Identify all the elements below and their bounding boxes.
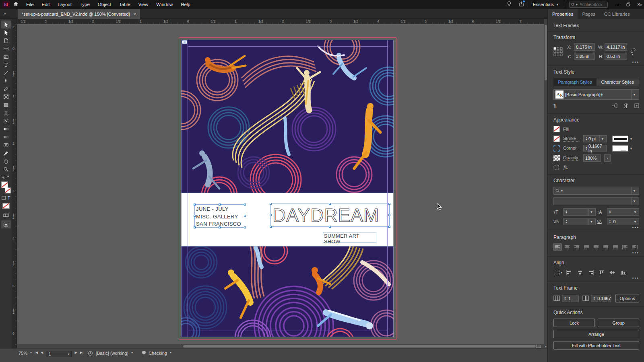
menu-window[interactable]: Window: [152, 0, 177, 9]
arrange-button[interactable]: Arrange: [553, 330, 639, 338]
linked-asset-badge[interactable]: ∞: [182, 40, 187, 44]
content-collector-tool[interactable]: [1, 53, 11, 61]
selection-tool[interactable]: [1, 21, 11, 29]
selection-handle[interactable]: [194, 226, 196, 228]
stroke-label[interactable]: Stroke: [563, 136, 580, 142]
stroke-swatch-none[interactable]: [5, 187, 11, 193]
tab-properties[interactable]: Properties: [548, 9, 578, 19]
selection-handle[interactable]: [270, 214, 272, 216]
gradient-swatch-tool[interactable]: [1, 125, 11, 133]
zoom-tool[interactable]: [1, 165, 11, 173]
first-page-button[interactable]: |◀: [35, 351, 38, 354]
selection-handle[interactable]: [244, 226, 246, 228]
share-icon[interactable]: [519, 1, 524, 8]
vertical-ruler[interactable]: 201 211 221 231 241 251 26: [12, 24, 17, 348]
text-frame-info[interactable]: JUNE - JULY MISC. GALLERY SAN FRANCISCO: [194, 204, 245, 228]
rectangle-tool[interactable]: [1, 101, 11, 109]
align-more-options-icon[interactable]: •••: [632, 276, 639, 280]
indesign-logo[interactable]: Id: [2, 1, 10, 8]
selection-handle[interactable]: [388, 226, 390, 228]
scroll-down-arrow[interactable]: ▼: [544, 345, 547, 348]
clear-overrides-icon[interactable]: [623, 103, 629, 108]
constrain-proportions-broken-chain-icon[interactable]: [630, 48, 636, 56]
corner-radius-field[interactable]: ▲▼ 0.1667 in: [583, 145, 607, 152]
page-number-field[interactable]: 1▾: [46, 351, 72, 357]
align-objects-vcenter-button[interactable]: [609, 269, 617, 276]
object-effects-icon[interactable]: [553, 165, 559, 170]
align-right-button[interactable]: [573, 243, 581, 251]
opacity-expand-arrow[interactable]: ›: [604, 154, 611, 162]
stroke-weight-field[interactable]: ▲▼ 0 pt ▼: [583, 135, 607, 142]
group-button[interactable]: Group: [598, 319, 639, 327]
type-tool[interactable]: [1, 61, 11, 69]
paragraph-more-options-icon[interactable]: •••: [632, 250, 639, 255]
y-field[interactable]: 3.25 in: [574, 53, 595, 60]
scissors-tool[interactable]: [1, 109, 11, 117]
stock-search-box[interactable]: ▾: [569, 2, 608, 8]
horizontal-scrollbar-thumb[interactable]: [183, 345, 536, 348]
screen-mode-icon[interactable]: [1, 220, 11, 228]
new-style-icon[interactable]: [634, 103, 639, 108]
eyedropper-tool[interactable]: [1, 149, 11, 157]
align-towards-spine-button[interactable]: [621, 243, 629, 251]
justify-all-button[interactable]: [611, 243, 619, 251]
gap-tool[interactable]: [1, 45, 11, 53]
h-field[interactable]: 0.53 in: [605, 53, 627, 60]
lock-button[interactable]: Lock: [553, 319, 595, 327]
columns-field[interactable]: ▲▼1: [562, 295, 579, 302]
align-center-button[interactable]: [563, 243, 571, 251]
frame-tool[interactable]: [1, 93, 11, 101]
ruler-origin-corner[interactable]: [12, 19, 17, 24]
align-away-from-spine-button[interactable]: [631, 243, 639, 251]
artwork-image-bottom[interactable]: [181, 246, 394, 337]
artwork-image-top[interactable]: [181, 40, 394, 193]
menu-table[interactable]: Table: [115, 0, 134, 9]
cell-styles-icon[interactable]: [1, 211, 11, 219]
leading-field[interactable]: ▲▼▼: [607, 208, 640, 216]
formatting-affects-container-icon[interactable]: [2, 196, 6, 200]
tab-cc-libraries[interactable]: CC Libraries: [600, 9, 634, 19]
justify-last-left-button[interactable]: [582, 243, 590, 251]
selection-handle[interactable]: [270, 203, 272, 205]
learn-lightbulb-icon[interactable]: [507, 1, 512, 8]
page-tool[interactable]: [1, 37, 11, 45]
workspace-switcher[interactable]: Essentials▼: [533, 2, 559, 7]
last-page-button[interactable]: ▶|: [80, 351, 83, 354]
tracking-field[interactable]: ▲▼0▼: [607, 218, 640, 225]
document-tab[interactable]: *set-up-a-postcard_END_V2.indd @ 150% [C…: [18, 9, 140, 19]
selection-handle[interactable]: [219, 204, 221, 206]
horizontal-scrollbar[interactable]: [17, 344, 544, 348]
pencil-tool[interactable]: [1, 85, 11, 93]
home-icon[interactable]: [13, 1, 19, 8]
menu-object[interactable]: Object: [94, 0, 115, 9]
reference-point-grid[interactable]: [553, 47, 563, 57]
gradient-feather-tool[interactable]: [1, 133, 11, 141]
menu-file[interactable]: File: [22, 0, 38, 9]
next-page-button[interactable]: ▶: [74, 351, 77, 354]
fill-swatch-none[interactable]: [1, 181, 8, 188]
line-tool[interactable]: [1, 69, 11, 77]
character-more-options-icon[interactable]: •••: [632, 225, 639, 230]
minimize-button[interactable]: —: [613, 0, 623, 9]
stroke-style-dropdown[interactable]: ▼: [612, 136, 634, 142]
selection-handle[interactable]: [244, 215, 246, 217]
status-chevron-icon[interactable]: ▾: [170, 351, 171, 354]
x-field[interactable]: 0.175 in: [574, 43, 595, 51]
kerning-field[interactable]: ▲▼▼: [563, 218, 596, 225]
fill-swatch[interactable]: [553, 126, 560, 132]
stepper-icon[interactable]: ▲▼: [584, 146, 588, 150]
powerzoom-icon[interactable]: [536, 345, 541, 348]
paragraph-style-dropdown[interactable]: Ag [Basic Paragraph]+ ▼: [553, 89, 639, 100]
corner-label[interactable]: Corner: [563, 146, 580, 151]
corner-style-dropdown[interactable]: ▼: [612, 145, 634, 152]
default-fill-stroke-icon[interactable]: [2, 176, 5, 179]
preflight-profile[interactable]: [Basic] (working): [96, 351, 128, 356]
fx-icon[interactable]: fx.: [564, 165, 568, 171]
document-canvas[interactable]: ∞ JUNE - JULY MISC. GALLERY SAN FRANCISC…: [17, 24, 544, 348]
zoom-chevron-icon[interactable]: ▾: [30, 351, 32, 354]
pilcrow-options-icon[interactable]: ¶.: [553, 103, 557, 109]
selection-handle[interactable]: [194, 204, 196, 206]
font-family-dropdown[interactable]: ▾ ▼: [553, 187, 639, 195]
redefine-style-icon[interactable]: [612, 103, 617, 108]
opacity-field[interactable]: 100%: [583, 154, 601, 162]
